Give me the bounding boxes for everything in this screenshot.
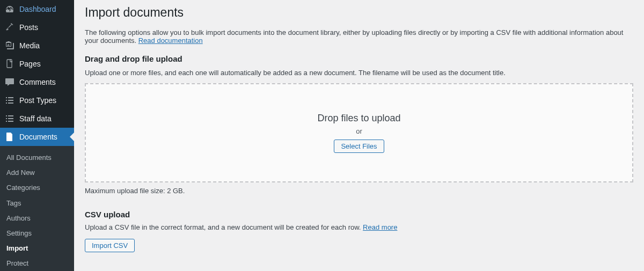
submenu-tags[interactable]: Tags (0, 196, 74, 211)
dd-description: Upload one or more files, and each one w… (85, 69, 633, 77)
sidebar-item-label: Post Types (19, 96, 56, 105)
submenu-categories[interactable]: Categories (0, 180, 74, 195)
dropzone-or: or (356, 127, 362, 135)
submenu-all-documents[interactable]: All Documents (0, 150, 74, 165)
intro-paragraph: The following options allow you to bulk … (85, 28, 633, 45)
sidebar-item-posts[interactable]: Posts (0, 18, 74, 36)
file-dropzone[interactable]: Drop files to upload or Select Files (85, 83, 633, 182)
sidebar-item-dashboard[interactable]: Dashboard (0, 0, 74, 18)
page-title: Import documents (85, 0, 633, 23)
media-icon (4, 40, 15, 51)
submenu-import[interactable]: Import (0, 241, 74, 256)
submenu-add-new[interactable]: Add New (0, 165, 74, 180)
max-upload-size: Maximum upload file size: 2 GB. (85, 187, 633, 195)
list-icon (4, 95, 15, 106)
read-documentation-link[interactable]: Read documentation (138, 36, 203, 45)
submenu-authors[interactable]: Authors (0, 211, 74, 226)
csv-section: CSV upload Upload a CSV file in the corr… (85, 210, 633, 252)
read-more-link[interactable]: Read more (363, 223, 397, 231)
main-content: Import documents The following options a… (74, 0, 644, 271)
select-files-button[interactable]: Select Files (334, 140, 384, 153)
list-icon (4, 113, 15, 124)
sidebar-item-label: Staff data (19, 114, 52, 123)
dashboard-icon (4, 4, 15, 14)
sidebar-item-comments[interactable]: Comments (0, 73, 74, 91)
dropzone-title: Drop files to upload (317, 113, 400, 124)
submenu-settings[interactable]: Settings (0, 226, 74, 241)
sidebar-item-label: Dashboard (19, 4, 56, 14)
sidebar-item-label: Posts (19, 23, 38, 32)
drag-drop-section: Drag and drop file upload Upload one or … (85, 54, 633, 195)
pin-icon (4, 22, 15, 33)
sidebar-item-pages[interactable]: Pages (0, 55, 74, 73)
sidebar-submenu: All Documents Add New Categories Tags Au… (0, 146, 74, 271)
document-icon (4, 131, 15, 142)
csv-desc-text: Upload a CSV file in the correct format,… (85, 223, 363, 231)
sidebar-item-label: Documents (19, 132, 57, 142)
submenu-protect[interactable]: Protect (0, 256, 74, 271)
dd-heading: Drag and drop file upload (85, 54, 633, 63)
sidebar-item-post-types[interactable]: Post Types (0, 91, 74, 109)
sidebar-item-label: Pages (19, 59, 41, 69)
comment-icon (4, 77, 15, 87)
sidebar-item-staff-data[interactable]: Staff data (0, 109, 74, 128)
sidebar-item-documents[interactable]: Documents (0, 128, 74, 146)
sidebar-item-label: Media (19, 41, 40, 50)
admin-sidebar: Dashboard Posts Media Pages Comments Pos… (0, 0, 74, 271)
import-csv-button[interactable]: Import CSV (85, 239, 135, 252)
svg-rect-0 (7, 60, 12, 68)
page-icon (4, 58, 15, 69)
sidebar-item-label: Comments (19, 77, 56, 87)
csv-description: Upload a CSV file in the correct format,… (85, 223, 633, 231)
csv-heading: CSV upload (85, 210, 633, 219)
sidebar-item-media[interactable]: Media (0, 36, 74, 55)
